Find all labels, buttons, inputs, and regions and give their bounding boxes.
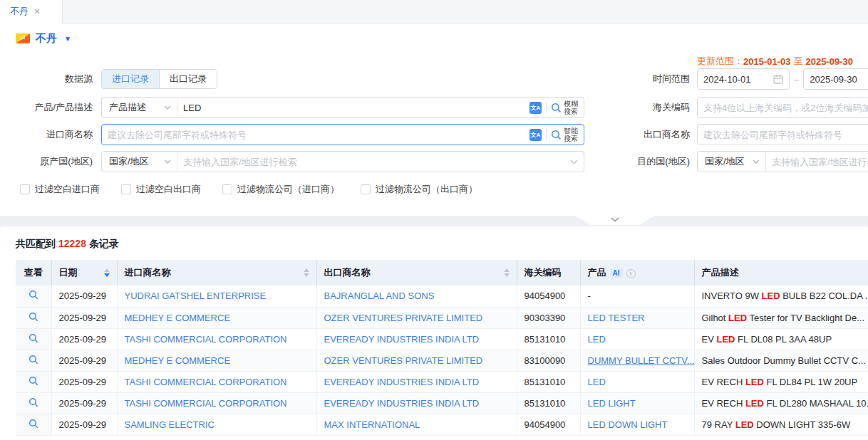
importer-cell: TASHI COMMERCIAL CORPORATION xyxy=(117,392,316,414)
chevron-down-icon xyxy=(753,159,760,164)
exporter-link[interactable]: OZER VENTURES PRIVATE LIMITED xyxy=(324,313,483,323)
product-link[interactable]: LED xyxy=(588,377,606,387)
filter-checkbox-2[interactable]: 过滤物流公司（进口商） xyxy=(222,183,339,196)
filter-checkbox-1[interactable]: 过滤空白出口商 xyxy=(121,183,201,196)
product-link[interactable]: LED TESTER xyxy=(588,313,645,323)
view-record-button[interactable] xyxy=(16,392,51,414)
exporter-link[interactable]: BAJRANGLAL AND SONS xyxy=(324,290,435,301)
exporter-link[interactable]: OZER VENTURES PRIVATE LIMITED xyxy=(324,355,483,366)
view-record-button[interactable] xyxy=(16,371,51,392)
exporter-link[interactable]: MAX INTERNATIONAL xyxy=(324,419,420,430)
date-from-input[interactable] xyxy=(703,74,769,85)
importer-input[interactable] xyxy=(102,125,527,145)
collapse-panel-handle[interactable] xyxy=(575,216,655,225)
view-record-button[interactable] xyxy=(16,307,51,328)
date-from-box[interactable] xyxy=(697,68,790,90)
date-cell: 2025-09-29 xyxy=(51,350,117,371)
results-table: 查看 日期 进口商名称 出口商名称 海关编码 产品AIi 产品描述 xyxy=(16,260,868,436)
exporter-link[interactable]: EVEREADY INDUSTRIES INDIA LTD xyxy=(324,377,480,387)
product-input[interactable] xyxy=(177,98,527,117)
fuzzy-search-button[interactable]: 模糊搜索 xyxy=(551,100,578,115)
exporter-link[interactable]: EVEREADY INDUSTRIES INDIA LTD xyxy=(324,334,480,345)
sort-desc-icon[interactable] xyxy=(104,273,110,277)
tab-close-icon[interactable]: × xyxy=(34,6,40,16)
exporter-cell: EVEREADY INDUSTRIES INDIA LTD xyxy=(316,371,517,392)
destination-type-select-value: 国家/地区 xyxy=(705,155,745,168)
exporter-input[interactable] xyxy=(697,124,868,145)
importer-sort-control[interactable] xyxy=(304,268,309,277)
sort-desc-icon[interactable] xyxy=(504,273,510,277)
view-search-icon[interactable] xyxy=(29,419,38,429)
view-record-button[interactable] xyxy=(16,328,51,350)
exporter-sort-control[interactable] xyxy=(504,268,510,277)
view-record-button[interactable] xyxy=(16,414,51,435)
date-cell: 2025-09-29 xyxy=(51,371,117,392)
date-to-input[interactable] xyxy=(810,74,868,85)
checkbox-icon[interactable] xyxy=(361,184,371,194)
sort-asc-icon[interactable] xyxy=(504,268,510,272)
filter-checkbox-0[interactable]: 过滤空白进口商 xyxy=(20,183,100,196)
view-search-icon[interactable] xyxy=(29,290,38,300)
importer-link[interactable]: TASHI COMMERCIAL CORPORATION xyxy=(125,334,287,345)
importer-link[interactable]: TASHI COMMERCIAL CORPORATION xyxy=(125,377,287,387)
view-search-icon[interactable] xyxy=(29,312,38,322)
view-search-icon[interactable] xyxy=(29,376,38,386)
importer-link[interactable]: YUDRAI GATSHEL ENTERPRISE xyxy=(125,290,267,301)
title-bar: 不丹 ▼ xyxy=(0,23,868,53)
translate-icon[interactable]: 文A xyxy=(529,102,542,114)
col-exporter[interactable]: 出口商名称 xyxy=(316,260,517,286)
info-icon[interactable]: i xyxy=(626,269,636,278)
hs-code-cell: 85131010 xyxy=(517,328,580,350)
hs-code-cell: 90303390 xyxy=(517,307,580,328)
origin-input[interactable] xyxy=(177,152,567,172)
importer-link[interactable]: TASHI COMMERCIAL CORPORATION xyxy=(125,398,287,409)
product-type-select-value: 产品描述 xyxy=(109,101,146,114)
exporter-cell: MAX INTERNATIONAL xyxy=(316,414,517,435)
product-link[interactable]: LED LIGHT xyxy=(588,398,636,409)
view-search-icon[interactable] xyxy=(29,397,38,407)
destination-input[interactable] xyxy=(766,152,868,172)
sort-desc-icon[interactable] xyxy=(304,273,309,277)
col-date[interactable]: 日期 xyxy=(51,260,117,286)
view-search-icon[interactable] xyxy=(29,333,38,343)
view-search-icon[interactable] xyxy=(29,355,38,365)
checkbox-icon[interactable] xyxy=(121,184,131,194)
date-range-dash: – xyxy=(794,74,799,85)
toggle-export-records[interactable]: 出口记录 xyxy=(159,70,217,88)
sort-asc-icon[interactable] xyxy=(104,268,110,272)
highlight-term: LED xyxy=(716,334,735,345)
title-chevron-down-icon[interactable]: ▼ xyxy=(64,35,71,43)
product-label: 产品/产品描述 xyxy=(0,101,93,114)
bhutan-flag-icon xyxy=(16,33,30,43)
results-summary: 共匹配到12228条记录 xyxy=(0,226,868,251)
hs-code-input[interactable] xyxy=(697,97,868,118)
importer-link[interactable]: MEDHEY E COMMERCE xyxy=(125,313,231,323)
col-importer[interactable]: 进口商名称 xyxy=(117,260,316,286)
description-cell: INVERTO 9W LED BULB B22 COL.DA ... xyxy=(694,286,868,307)
origin-type-select-value: 国家/地区 xyxy=(109,155,149,168)
sort-asc-icon[interactable] xyxy=(304,268,309,272)
toggle-import-records[interactable]: 进口记录 xyxy=(102,70,159,88)
importer-cell: TASHI COMMERCIAL CORPORATION xyxy=(117,371,316,392)
exporter-link[interactable]: EVEREADY INDUSTRIES INDIA LTD xyxy=(324,398,480,409)
view-record-button[interactable] xyxy=(16,286,51,307)
origin-type-select[interactable]: 国家/地区 xyxy=(102,152,177,172)
product-link[interactable]: LED xyxy=(588,334,606,345)
checkbox-icon[interactable] xyxy=(20,184,30,194)
filter-checkbox-3[interactable]: 过滤物流公司（出口商） xyxy=(361,183,477,196)
smart-search-button[interactable]: 智能搜索 xyxy=(551,127,578,142)
product-link[interactable]: LED DOWN LIGHT xyxy=(588,419,668,430)
date-to-box[interactable] xyxy=(803,68,868,90)
update-range-label: 更新范围： xyxy=(697,55,743,68)
checkbox-icon[interactable] xyxy=(222,184,232,194)
destination-type-select[interactable]: 国家/地区 xyxy=(698,152,766,172)
product-type-select[interactable]: 产品描述 xyxy=(102,98,177,117)
importer-link[interactable]: SAMLING ELECTRIC xyxy=(125,419,215,430)
chevron-down-icon xyxy=(610,216,620,222)
date-sort-control[interactable] xyxy=(104,268,110,277)
tab-bhutan[interactable]: 不丹 × xyxy=(0,0,63,23)
importer-link[interactable]: MEDHEY E COMMERCE xyxy=(125,355,231,366)
translate-icon[interactable]: 文A xyxy=(529,129,542,141)
product-link[interactable]: DUMMY BULLET CCTV... xyxy=(588,355,695,366)
view-record-button[interactable] xyxy=(16,350,51,371)
